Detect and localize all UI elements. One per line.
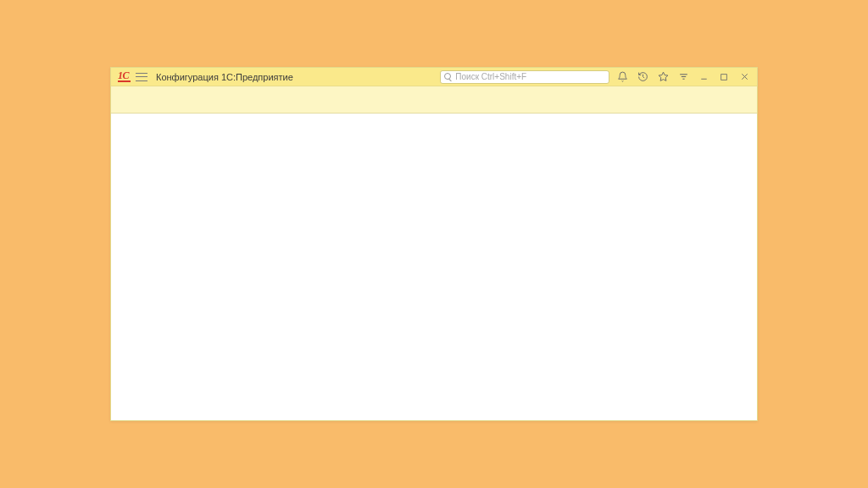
app-window: 1C Конфигурация 1С:Предприятие [110, 67, 758, 421]
toolbar [111, 86, 757, 114]
settings-button[interactable] [676, 69, 691, 85]
close-icon [740, 72, 749, 81]
notifications-button[interactable] [615, 69, 630, 85]
history-icon [637, 71, 648, 82]
main-menu-button[interactable] [136, 72, 147, 82]
minimize-icon [699, 72, 709, 81]
search-input[interactable] [455, 72, 605, 81]
close-button[interactable] [737, 69, 752, 85]
history-button[interactable] [635, 69, 650, 85]
search-icon [444, 73, 452, 81]
favorites-button[interactable] [655, 69, 670, 85]
svg-marker-0 [659, 72, 668, 80]
maximize-icon [720, 73, 728, 81]
window-title: Конфигурация 1С:Предприятие [156, 72, 293, 82]
svg-rect-5 [721, 74, 727, 80]
bell-icon [617, 71, 628, 82]
star-icon [658, 71, 669, 82]
titlebar: 1C Конфигурация 1С:Предприятие [111, 68, 757, 86]
maximize-button[interactable] [716, 69, 732, 85]
app-logo: 1C [118, 71, 131, 82]
filter-lines-icon [678, 71, 689, 82]
minimize-button[interactable] [696, 69, 711, 85]
content-area [111, 114, 757, 420]
search-box[interactable] [440, 70, 609, 84]
